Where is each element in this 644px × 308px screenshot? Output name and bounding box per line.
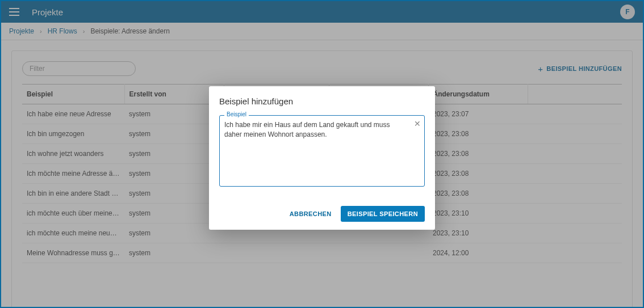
example-textarea[interactable] <box>224 120 420 179</box>
clear-icon[interactable]: ✕ <box>414 119 421 128</box>
cancel-button[interactable]: ABBRECHEN <box>287 207 334 221</box>
save-button[interactable]: BEISPIEL SPEICHERN <box>341 206 425 222</box>
dialog-title: Beispiel hinzufügen <box>219 96 425 106</box>
example-field: Beispiel ✕ <box>219 115 425 187</box>
modal-overlay[interactable]: Beispiel hinzufügen Beispiel ✕ ABBRECHEN… <box>1 1 643 307</box>
field-label: Beispiel <box>224 111 249 117</box>
add-example-dialog: Beispiel hinzufügen Beispiel ✕ ABBRECHEN… <box>209 86 435 230</box>
